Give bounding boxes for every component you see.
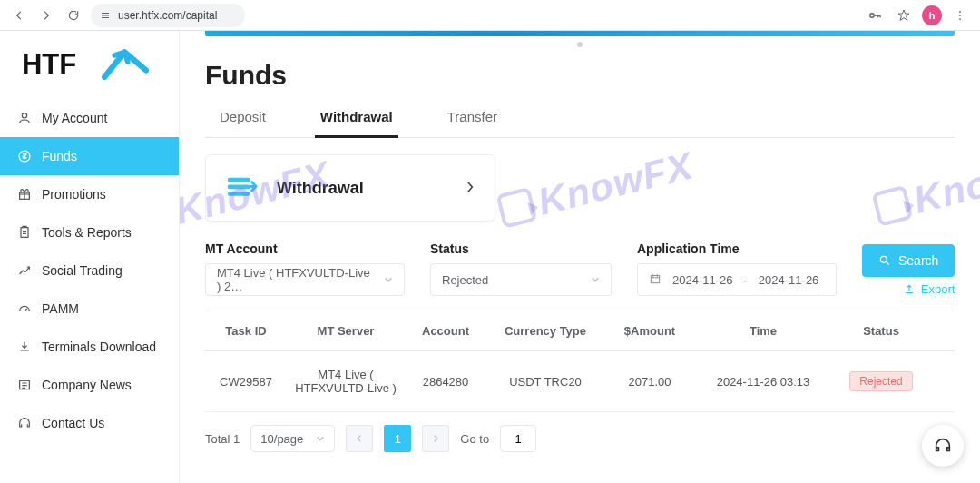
support-floating-button[interactable]: [922, 425, 964, 467]
svg-point-3: [959, 18, 961, 20]
user-icon: [16, 110, 33, 126]
svg-point-14: [880, 256, 887, 262]
browser-chrome: user.htfx.com/capital h: [0, 0, 980, 31]
tab-withdrawal[interactable]: Withdrawal: [315, 102, 398, 138]
sidebar-item-promotions[interactable]: Promotions: [0, 175, 179, 213]
address-bar[interactable]: user.htfx.com/capital: [91, 4, 245, 27]
headset-icon: [16, 415, 33, 431]
chevron-down-icon: [316, 434, 325, 443]
funds-tabs: Deposit Withdrawal Transfer: [205, 102, 955, 138]
cell-amount: 2071.00: [604, 371, 695, 392]
sidebar-item-label: Tools & Reports: [42, 225, 132, 240]
table-header: Task ID MT Server Account Currency Type …: [205, 311, 955, 351]
svg-point-1: [959, 10, 961, 12]
calendar-icon: [649, 272, 662, 288]
date-range-picker[interactable]: 2024-11-26 - 2024-11-26: [637, 263, 837, 296]
sidebar-item-funds[interactable]: Funds: [0, 137, 179, 175]
forward-button[interactable]: [36, 5, 56, 25]
pagination: Total 1 10/page 1 Go to: [205, 425, 955, 452]
col-status: Status: [831, 320, 931, 341]
mt-account-value: MT4 Live ( HTFXVULTD-Live ) 2…: [217, 266, 375, 293]
bookmark-icon[interactable]: [893, 5, 915, 26]
status-label: Status: [430, 242, 612, 256]
svg-text:HTF: HTF: [22, 48, 76, 80]
banner-strip: [205, 31, 955, 36]
sidebar-item-pamm[interactable]: PAMM: [0, 290, 179, 328]
total-label: Total 1: [205, 432, 240, 446]
status-value: Rejected: [442, 273, 488, 287]
dollar-icon: [16, 148, 33, 164]
col-server: MT Server: [287, 320, 405, 341]
download-icon: [16, 339, 33, 355]
prev-page-button[interactable]: [346, 425, 373, 452]
sidebar-item-my-account[interactable]: My Account: [0, 99, 179, 137]
withdrawal-card-label: Withdrawal: [277, 179, 449, 198]
date-to: 2024-11-26: [759, 273, 819, 287]
profile-avatar[interactable]: h: [922, 5, 942, 25]
svg-rect-10: [228, 178, 250, 182]
goto-page-input[interactable]: [500, 425, 536, 452]
watermark: KnowFX: [870, 142, 980, 232]
cell-status: Rejected: [831, 368, 931, 395]
col-time: Time: [695, 320, 831, 341]
sidebar-item-news[interactable]: Company News: [0, 366, 179, 404]
goto-label: Go to: [460, 432, 489, 446]
sidebar-item-label: Terminals Download: [42, 340, 156, 354]
table-row: CW29587 MT4 Live ( HTFXVULTD-Live ) 2864…: [205, 351, 955, 412]
mt-account-select[interactable]: MT4 Live ( HTFXVULTD-Live ) 2…: [205, 263, 405, 296]
withdrawal-table: Task ID MT Server Account Currency Type …: [205, 310, 955, 412]
gift-icon: [16, 186, 33, 202]
site-info-icon: [100, 10, 111, 21]
tab-deposit[interactable]: Deposit: [214, 102, 271, 138]
mt-account-label: MT Account: [205, 242, 405, 256]
watermark: KnowFX: [495, 143, 697, 233]
svg-point-5: [22, 113, 26, 118]
carousel-dot[interactable]: [577, 42, 583, 47]
back-button[interactable]: [9, 5, 29, 25]
page-size-select[interactable]: 10/page: [250, 425, 335, 452]
sidebar-item-social[interactable]: Social Trading: [0, 251, 179, 290]
page-number-button[interactable]: 1: [384, 425, 411, 452]
cell-currency: USDT TRC20: [486, 371, 604, 392]
clipboard-icon: [16, 224, 33, 241]
date-from: 2024-11-26: [672, 273, 733, 287]
news-icon: [16, 377, 33, 393]
sidebar-item-tools[interactable]: Tools & Reports: [0, 213, 179, 251]
sidebar-item-contact[interactable]: Contact Us: [0, 404, 179, 442]
browser-menu-icon[interactable]: [949, 5, 971, 26]
application-time-label: Application Time: [637, 242, 837, 256]
next-page-button[interactable]: [422, 425, 449, 452]
sidebar: HTF My Account Funds Promotions Tools & …: [0, 31, 180, 483]
cell-time: 2024-11-26 03:13: [695, 371, 831, 392]
svg-point-0: [870, 13, 875, 17]
headset-icon: [933, 436, 953, 456]
sidebar-item-label: Social Trading: [42, 263, 122, 278]
brand-logo: HTF: [0, 36, 179, 99]
svg-rect-8: [21, 228, 28, 238]
chevron-down-icon: [591, 273, 600, 287]
svg-rect-12: [228, 192, 250, 196]
search-icon: [878, 254, 891, 267]
status-select[interactable]: Rejected: [430, 263, 612, 296]
cell-task: CW29587: [205, 371, 287, 392]
export-button[interactable]: Export: [903, 282, 956, 296]
col-account: Account: [405, 320, 486, 341]
sidebar-item-label: Company News: [42, 378, 132, 392]
filters-row: MT Account MT4 Live ( HTFXVULTD-Live ) 2…: [205, 242, 955, 296]
export-icon: [903, 283, 916, 296]
status-badge: Rejected: [849, 371, 912, 391]
svg-rect-13: [651, 275, 659, 282]
reload-button[interactable]: [64, 5, 83, 25]
withdrawal-card[interactable]: Withdrawal: [205, 154, 495, 222]
tab-transfer[interactable]: Transfer: [442, 102, 503, 138]
sidebar-item-terminals[interactable]: Terminals Download: [0, 328, 179, 366]
col-currency: Currency Type: [486, 320, 604, 341]
password-icon[interactable]: [864, 5, 886, 26]
chart-up-icon: [16, 262, 33, 279]
search-button[interactable]: Search: [862, 244, 955, 277]
svg-point-2: [959, 15, 961, 16]
sidebar-item-label: Promotions: [42, 187, 106, 202]
withdraw-icon: [226, 174, 260, 202]
sidebar-item-label: Funds: [42, 149, 77, 163]
url-text: user.htfx.com/capital: [118, 9, 217, 22]
